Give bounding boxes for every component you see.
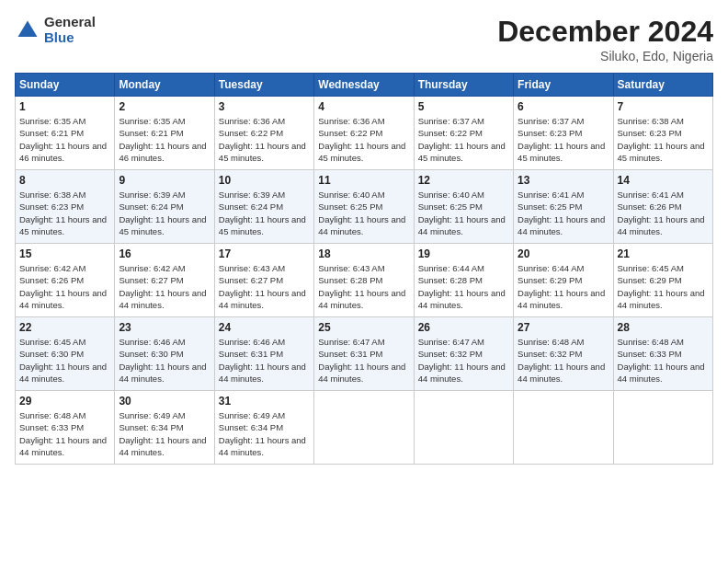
day-cell-10: 10 Sunrise: 6:39 AMSunset: 6:24 PMDaylig… <box>214 170 313 244</box>
day-cell-12: 12 Sunrise: 6:40 AMSunset: 6:25 PMDaylig… <box>414 170 513 244</box>
day-cell-18: 18 Sunrise: 6:43 AMSunset: 6:28 PMDaylig… <box>314 244 414 317</box>
empty-cell <box>613 391 712 465</box>
location: Siluko, Edo, Nigeria <box>497 49 713 63</box>
day-number: 5 <box>418 100 509 113</box>
day-cell-27: 27 Sunrise: 6:48 AMSunset: 6:32 PMDaylig… <box>514 317 613 391</box>
day-info: Sunrise: 6:38 AMSunset: 6:23 PMDaylight:… <box>618 116 705 163</box>
day-number: 6 <box>518 100 609 113</box>
day-cell-1: 1 Sunrise: 6:35 AMSunset: 6:21 PMDayligh… <box>16 97 115 170</box>
day-info: Sunrise: 6:37 AMSunset: 6:22 PMDaylight:… <box>418 116 506 163</box>
day-info: Sunrise: 6:45 AMSunset: 6:29 PMDaylight:… <box>618 263 705 310</box>
day-info: Sunrise: 6:45 AMSunset: 6:30 PMDaylight:… <box>19 337 107 384</box>
day-number: 13 <box>518 174 609 187</box>
day-number: 12 <box>418 174 509 187</box>
day-info: Sunrise: 6:39 AMSunset: 6:24 PMDaylight:… <box>219 190 306 236</box>
day-info: Sunrise: 6:41 AMSunset: 6:25 PMDaylight:… <box>518 190 605 236</box>
day-number: 28 <box>618 321 709 334</box>
col-header-thursday: Thursday <box>414 74 513 97</box>
day-info: Sunrise: 6:46 AMSunset: 6:30 PMDaylight:… <box>119 337 206 384</box>
day-info: Sunrise: 6:44 AMSunset: 6:29 PMDaylight:… <box>518 263 605 310</box>
day-number: 9 <box>119 174 210 187</box>
day-info: Sunrise: 6:48 AMSunset: 6:32 PMDaylight:… <box>518 337 605 384</box>
day-info: Sunrise: 6:35 AMSunset: 6:21 PMDaylight:… <box>119 116 206 163</box>
day-number: 15 <box>19 247 110 260</box>
day-info: Sunrise: 6:44 AMSunset: 6:28 PMDaylight:… <box>418 263 506 310</box>
day-info: Sunrise: 6:47 AMSunset: 6:32 PMDaylight:… <box>418 337 506 384</box>
day-info: Sunrise: 6:42 AMSunset: 6:26 PMDaylight:… <box>19 263 107 310</box>
day-cell-17: 17 Sunrise: 6:43 AMSunset: 6:27 PMDaylig… <box>214 244 313 317</box>
day-number: 11 <box>318 174 409 187</box>
day-info: Sunrise: 6:35 AMSunset: 6:21 PMDaylight:… <box>19 116 107 163</box>
day-cell-26: 26 Sunrise: 6:47 AMSunset: 6:32 PMDaylig… <box>414 317 513 391</box>
day-number: 21 <box>618 247 709 260</box>
month-year: December 2024 <box>497 15 713 49</box>
day-info: Sunrise: 6:40 AMSunset: 6:25 PMDaylight:… <box>418 190 506 236</box>
day-cell-24: 24 Sunrise: 6:46 AMSunset: 6:31 PMDaylig… <box>214 317 313 391</box>
day-number: 25 <box>318 321 409 334</box>
day-cell-6: 6 Sunrise: 6:37 AMSunset: 6:23 PMDayligh… <box>514 97 613 170</box>
day-info: Sunrise: 6:42 AMSunset: 6:27 PMDaylight:… <box>119 263 206 310</box>
day-cell-23: 23 Sunrise: 6:46 AMSunset: 6:30 PMDaylig… <box>115 317 214 391</box>
day-number: 27 <box>518 321 609 334</box>
svg-marker-0 <box>18 20 38 37</box>
day-number: 22 <box>19 321 110 334</box>
day-number: 29 <box>19 395 110 408</box>
calendar-table: SundayMondayTuesdayWednesdayThursdayFrid… <box>15 73 713 465</box>
empty-cell <box>514 391 613 465</box>
day-number: 17 <box>219 247 310 260</box>
day-info: Sunrise: 6:48 AMSunset: 6:33 PMDaylight:… <box>618 337 705 384</box>
title-block: December 2024 Siluko, Edo, Nigeria <box>497 15 713 63</box>
day-info: Sunrise: 6:49 AMSunset: 6:34 PMDaylight:… <box>219 410 306 457</box>
logo-general: General <box>44 15 96 30</box>
logo-blue: Blue <box>44 30 96 46</box>
day-cell-22: 22 Sunrise: 6:45 AMSunset: 6:30 PMDaylig… <box>16 317 115 391</box>
day-info: Sunrise: 6:38 AMSunset: 6:23 PMDaylight:… <box>19 190 107 236</box>
day-info: Sunrise: 6:46 AMSunset: 6:31 PMDaylight:… <box>219 337 306 384</box>
day-number: 14 <box>618 174 709 187</box>
day-cell-15: 15 Sunrise: 6:42 AMSunset: 6:26 PMDaylig… <box>16 244 115 317</box>
day-info: Sunrise: 6:37 AMSunset: 6:23 PMDaylight:… <box>518 116 605 163</box>
day-info: Sunrise: 6:49 AMSunset: 6:34 PMDaylight:… <box>119 410 206 457</box>
day-info: Sunrise: 6:36 AMSunset: 6:22 PMDaylight:… <box>318 116 405 163</box>
day-cell-19: 19 Sunrise: 6:44 AMSunset: 6:28 PMDaylig… <box>414 244 513 317</box>
day-cell-3: 3 Sunrise: 6:36 AMSunset: 6:22 PMDayligh… <box>214 97 313 170</box>
day-number: 19 <box>418 247 509 260</box>
day-cell-30: 30 Sunrise: 6:49 AMSunset: 6:34 PMDaylig… <box>115 391 214 465</box>
day-info: Sunrise: 6:43 AMSunset: 6:28 PMDaylight:… <box>318 263 405 310</box>
day-number: 20 <box>518 247 609 260</box>
day-number: 4 <box>318 100 409 113</box>
col-header-tuesday: Tuesday <box>214 74 313 97</box>
day-cell-11: 11 Sunrise: 6:40 AMSunset: 6:25 PMDaylig… <box>314 170 414 244</box>
col-header-monday: Monday <box>115 74 214 97</box>
day-info: Sunrise: 6:40 AMSunset: 6:25 PMDaylight:… <box>318 190 405 236</box>
day-number: 30 <box>119 395 210 408</box>
day-info: Sunrise: 6:36 AMSunset: 6:22 PMDaylight:… <box>219 116 306 163</box>
day-cell-25: 25 Sunrise: 6:47 AMSunset: 6:31 PMDaylig… <box>314 317 414 391</box>
logo: General Blue <box>15 15 96 45</box>
day-info: Sunrise: 6:39 AMSunset: 6:24 PMDaylight:… <box>119 190 206 236</box>
day-number: 18 <box>318 247 409 260</box>
col-header-saturday: Saturday <box>613 74 712 97</box>
logo-icon <box>15 17 40 43</box>
day-cell-4: 4 Sunrise: 6:36 AMSunset: 6:22 PMDayligh… <box>314 97 414 170</box>
logo-text: General Blue <box>44 15 96 45</box>
day-cell-16: 16 Sunrise: 6:42 AMSunset: 6:27 PMDaylig… <box>115 244 214 317</box>
day-number: 10 <box>219 174 310 187</box>
col-header-friday: Friday <box>514 74 613 97</box>
day-cell-8: 8 Sunrise: 6:38 AMSunset: 6:23 PMDayligh… <box>16 170 115 244</box>
empty-cell <box>314 391 414 465</box>
day-number: 31 <box>219 395 310 408</box>
day-number: 2 <box>119 100 210 113</box>
day-cell-21: 21 Sunrise: 6:45 AMSunset: 6:29 PMDaylig… <box>613 244 712 317</box>
col-header-wednesday: Wednesday <box>314 74 414 97</box>
day-info: Sunrise: 6:48 AMSunset: 6:33 PMDaylight:… <box>19 410 107 457</box>
day-cell-28: 28 Sunrise: 6:48 AMSunset: 6:33 PMDaylig… <box>613 317 712 391</box>
day-cell-5: 5 Sunrise: 6:37 AMSunset: 6:22 PMDayligh… <box>414 97 513 170</box>
day-cell-7: 7 Sunrise: 6:38 AMSunset: 6:23 PMDayligh… <box>613 97 712 170</box>
day-cell-13: 13 Sunrise: 6:41 AMSunset: 6:25 PMDaylig… <box>514 170 613 244</box>
day-info: Sunrise: 6:41 AMSunset: 6:26 PMDaylight:… <box>618 190 705 236</box>
day-cell-9: 9 Sunrise: 6:39 AMSunset: 6:24 PMDayligh… <box>115 170 214 244</box>
day-cell-29: 29 Sunrise: 6:48 AMSunset: 6:33 PMDaylig… <box>16 391 115 465</box>
day-cell-14: 14 Sunrise: 6:41 AMSunset: 6:26 PMDaylig… <box>613 170 712 244</box>
day-info: Sunrise: 6:47 AMSunset: 6:31 PMDaylight:… <box>318 337 405 384</box>
